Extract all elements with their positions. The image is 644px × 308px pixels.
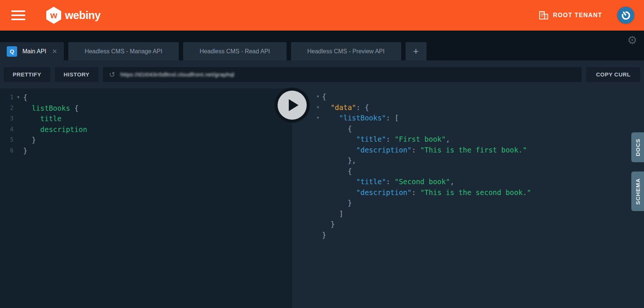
avatar[interactable] [617,7,634,24]
gear-icon[interactable]: ⚙ [627,34,637,47]
fold-spacer [13,103,23,114]
fold-arrow-icon[interactable]: ▼ [314,91,322,102]
add-tab-button[interactable]: + [406,42,426,60]
app-header: w webiny ROOT TENANT [0,0,644,31]
line-number: 5 [5,135,13,145]
editors-split: 1▼{2 listBooks {3 title4 description5 }6… [0,88,644,308]
result-line: ▼ "data": { [292,102,644,113]
copy-curl-button[interactable]: COPY CURL [586,67,640,82]
result-line: { [292,166,644,177]
play-icon [289,99,298,111]
fold-arrow-icon[interactable]: ▼ [314,102,322,113]
fold-arrow-icon[interactable]: ▼ [13,92,23,103]
schema-side-tab[interactable]: SCHEMA [631,172,644,211]
menu-icon[interactable] [11,10,25,20]
fold-spacer [314,198,322,208]
webiny-logo[interactable]: w webiny [46,7,100,24]
result-viewer[interactable]: ▼{▼ "data": {▼ "listBooks": [ { "title":… [292,88,644,308]
close-tab-icon[interactable]: × [52,47,57,56]
line-number: 3 [5,113,13,124]
tab-label: Headless CMS - Manage API [85,48,162,55]
query-line: 2 listBooks { [0,103,292,114]
play-button-inner [278,91,307,120]
docs-side-tab[interactable]: DOCS [631,132,644,162]
fold-arrow-icon[interactable]: ▼ [314,113,322,123]
fold-spacer [314,155,322,166]
fold-spacer [314,219,322,230]
fold-spacer [314,208,322,219]
fold-spacer [314,176,322,187]
tab-label: Headless CMS - Preview API [307,48,385,55]
result-line: ▼{ [292,91,644,102]
tab-label: Main API [22,48,46,55]
query-badge: Q [7,46,17,57]
result-line: } [292,230,644,241]
graphiql-toolbar: PRETTIFY HISTORY ↺ https://d1t043n5dltns… [0,60,644,88]
plus-icon: + [413,45,419,57]
line-number: 4 [5,124,13,135]
query-line: 1▼{ [0,92,292,103]
result-line: ▼ "listBooks": [ [292,113,644,123]
prettify-button[interactable]: PRETTIFY [4,67,50,82]
logo-initial: w [50,10,57,21]
result-line: ] [292,208,644,219]
undo-icon: ↺ [109,70,115,79]
query-editor[interactable]: 1▼{2 listBooks {3 title4 description5 }6… [0,88,292,308]
result-line: { [292,123,644,134]
fold-spacer [314,166,322,177]
query-line: 6} [0,145,292,156]
tenant-selector[interactable]: ROOT TENANT [539,11,602,20]
line-number: 6 [5,145,13,156]
api-tabs-bar: Q Main API × Headless CMS - Manage API H… [0,31,644,60]
result-line: "title": "First book", [292,134,644,145]
tab-headless-cms-manage-api[interactable]: Headless CMS - Manage API [68,42,179,60]
endpoint-url-input[interactable]: ↺ https://d1t043n5dltnsl.cloudfront.net/… [103,67,582,82]
fold-spacer [13,124,23,135]
result-line: "description": "This is the second book.… [292,187,644,198]
tenant-label: ROOT TENANT [553,12,602,19]
brand-wordmark: webiny [65,9,100,22]
result-line: "description": "This is the first book." [292,145,644,155]
result-line: "title": "Second book", [292,176,644,187]
line-number: 2 [5,103,13,114]
result-line: } [292,219,644,230]
fold-spacer [314,145,322,155]
result-line: } [292,198,644,208]
history-button[interactable]: HISTORY [55,67,99,82]
fold-spacer [314,134,322,145]
fold-spacer [13,145,23,156]
tab-headless-cms-preview-api[interactable]: Headless CMS - Preview API [291,42,401,60]
fold-spacer [13,135,23,145]
query-line: 5 } [0,135,292,145]
fold-spacer [13,113,23,124]
endpoint-url: https://d1t043n5dltnsl.cloudfront.net/gr… [121,71,234,78]
fold-spacer [314,230,322,241]
tab-main-api[interactable]: Q Main API × [0,42,64,60]
execute-query-button[interactable] [275,88,310,123]
line-number: 1 [5,92,13,103]
fold-spacer [314,123,322,134]
building-icon [539,11,548,20]
fold-spacer [314,187,322,198]
result-line: }, [292,155,644,166]
query-line: 3 title [0,113,292,124]
power-icon [619,8,633,22]
webiny-hexagon-icon: w [46,7,61,24]
tab-label: Headless CMS - Read API [200,48,270,55]
tab-headless-cms-read-api[interactable]: Headless CMS - Read API [183,42,287,60]
query-line: 4 description [0,124,292,135]
